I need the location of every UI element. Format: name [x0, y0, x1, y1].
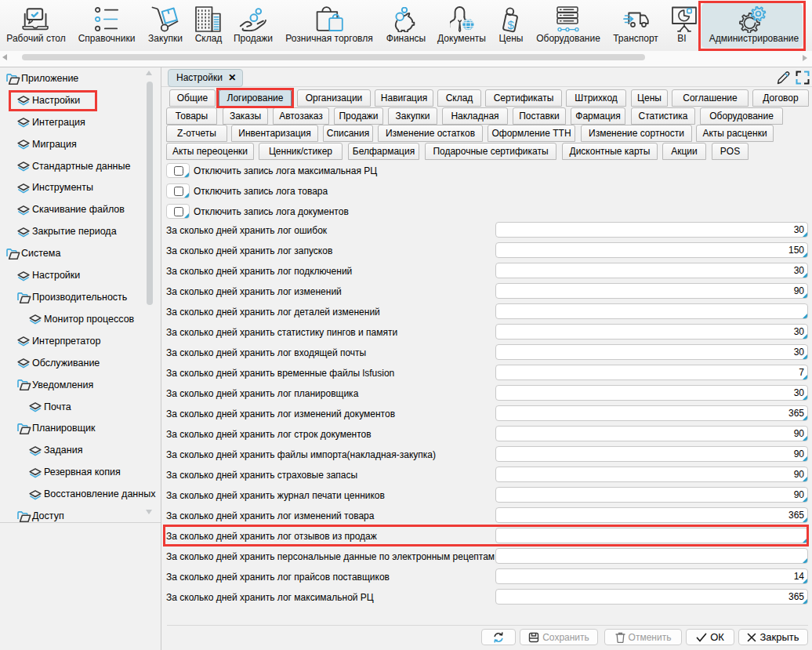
svg-text:$: $	[508, 18, 515, 31]
